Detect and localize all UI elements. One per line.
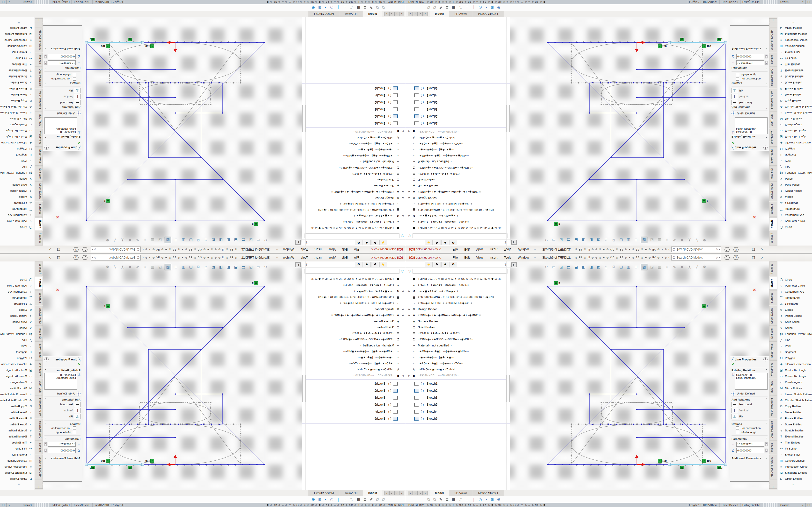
status-tag-icon[interactable]: ❒: [0, 0, 6, 4]
annotation-toolbar-icon[interactable]: ⊞: [491, 497, 494, 502]
status-tag-icon[interactable]: ❒: [806, 0, 812, 4]
sketch-tool-item[interactable]: ⟳ Rotate Entities: [0, 86, 35, 92]
annotation-toolbar-icon[interactable]: ◷: [330, 497, 333, 502]
expand-arrow-icon[interactable]: ▶: [400, 290, 404, 292]
sketch-tool-item[interactable]: ✂ Trim Entities: [0, 439, 35, 445]
tab-nav-button[interactable]: »: [423, 491, 428, 495]
relation-badge[interactable]: ≡109: [702, 459, 711, 463]
annotation-toolbar-icon[interactable]: ⇵: [459, 5, 462, 10]
sketch-tree-item[interactable]: (-) Sketch4: [406, 408, 510, 415]
feature-tree-item[interactable]: ◈ Surface Bodies: [302, 318, 406, 324]
menubar-quick-icons[interactable]: ◎ Ǝ€ ◎ Ш ◎ ◎ ◎ ✦ ◎ ⅁C ◎ Ǝ€ ◎ ∗ ◎ 2S ◎ ⚈ …: [575, 256, 669, 259]
sketch-tool-item[interactable]: ⋈ Mirror Entities: [777, 385, 812, 391]
tab-nav-button[interactable]: «: [400, 491, 404, 495]
annotation-toolbar-icon[interactable]: ✎: [439, 497, 442, 502]
command-tab[interactable]: Mesh Modeling: [769, 396, 777, 418]
relation-button-icon[interactable]: —: [75, 100, 81, 105]
command-tab[interactable]: Weldments: [769, 129, 777, 147]
sketch-tool-item[interactable]: ⌔ Centerpoint Arc: [0, 213, 35, 219]
expand-arrow-icon[interactable]: ▶: [400, 308, 404, 311]
sketch-tree-item[interactable]: Sketch3: [302, 106, 406, 113]
search-dropdown-icon[interactable]: ▾: [719, 248, 720, 251]
collapse-icon[interactable]: ⌃: [45, 438, 46, 440]
sketch-tree-item[interactable]: (-) Sketch6: [302, 85, 406, 92]
command-tab[interactable]: ⋮: [769, 18, 777, 22]
collapse-icon[interactable]: ⌃: [766, 106, 767, 109]
feature-tree-item[interactable]: ★ ○2S3€✦∘∗◉ᴧAΦ○∘○ΦAᴧ◉∗∘✦3€2S○: [302, 219, 406, 225]
feature-tree-item[interactable]: ▱ ○·◉✦○❋◉∥○∘○∥◉❋○✦◉·○: [302, 354, 406, 360]
sketch-tool-item[interactable]: ◈ 3 Point Center Recta...: [777, 140, 812, 146]
feature-manager-tab-icon[interactable]: ⚡: [425, 240, 433, 245]
rollback-bar[interactable]: [302, 423, 406, 424]
sketch-tool-item[interactable]: ▪ Point: [0, 158, 35, 164]
status-tag-icon[interactable]: ❒: [0, 503, 6, 507]
command-tab[interactable]: MBD Dimensions: [769, 27, 777, 52]
sketch-tool-item[interactable]: ✂ Trim Entities: [0, 62, 35, 68]
expand-icon[interactable]: ⌄: [766, 457, 767, 460]
tree-scrollbar-thumb[interactable]: [506, 105, 510, 132]
add-relation-button[interactable]: — Horizontal: [45, 100, 81, 105]
parameter-input[interactable]: 0.00000000°: [48, 54, 75, 59]
relation-button-icon[interactable]: ⚓: [75, 88, 81, 93]
command-tab[interactable]: Weldments: [769, 360, 777, 378]
sketch-tree-item[interactable]: (-) Sketch4: [406, 92, 510, 99]
feature-tree-item[interactable]: Σ ○2SΜΝ◉∘✦AΠ□3€○∘○3€□ΠA✦∘◉ΜΝ2S○: [302, 165, 406, 171]
feature-tree-flyout-button[interactable]: ▶: [511, 263, 517, 267]
expand-arrow-icon[interactable]: ▶: [408, 308, 412, 311]
command-tab[interactable]: Surfaces: [35, 202, 43, 217]
sketch-tool-item[interactable]: ⬡ Polygon: [777, 355, 812, 361]
annotation-toolbar-icon[interactable]: ◷: [330, 5, 333, 10]
tree-scrollbar-thumb[interactable]: [506, 375, 510, 402]
checkbox[interactable]: [736, 431, 739, 434]
command-tab[interactable]: ⋮: [769, 23, 777, 27]
relation-badge[interactable]: ▦3: [717, 38, 723, 41]
tab-nav-button[interactable]: »: [423, 12, 428, 16]
sketch-tool-item[interactable]: ⧉ Copy Entities: [0, 98, 35, 104]
collapse-icon[interactable]: ⌃: [766, 67, 767, 69]
search-icon[interactable]: ⌕: [94, 256, 97, 260]
rollback-bar[interactable]: [302, 127, 406, 127]
sketch-tool-item[interactable]: ⟳ Rotate Entities: [777, 415, 812, 421]
menu-item[interactable]: File: [354, 256, 359, 259]
feature-manager-tab-icon[interactable]: ⊕: [363, 262, 371, 267]
annotation-toolbar-icon[interactable]: ≣: [446, 497, 449, 502]
tree-filter-input[interactable]: [412, 269, 507, 274]
sketch-tool-item[interactable]: ▭ Corner Rectangle: [0, 128, 35, 134]
cancel-sketch-icon[interactable]: ✕: [56, 214, 59, 219]
sketch-tool-item[interactable]: ⌒ Tangent Arc: [777, 294, 812, 300]
restore-button[interactable]: ❐: [751, 248, 756, 251]
annotation-toolbar-icon[interactable]: ▦: [356, 497, 360, 502]
menu-item[interactable]: File: [354, 248, 359, 251]
sketch-tool-item[interactable]: ⍑ Extend Entities: [0, 433, 35, 439]
help-icon[interactable]: ?: [733, 255, 739, 260]
command-tab[interactable]: Evaluate: [35, 326, 43, 341]
sketch-tool-item[interactable]: ⍑ Extend Entities: [777, 68, 812, 74]
feature-tree-item[interactable]: ▶ A ○2SΜΝ◉∘✦A✦◉ΜΝA○∘○AΜΝ◉✦A✦∘◉ΜΝ2S○: [302, 189, 406, 195]
sketch-tool-item[interactable]: ◈ 3 Point Center Recta...: [0, 140, 35, 146]
add-relation-button[interactable]: — Horizontal: [731, 402, 767, 407]
sketch-tool-item[interactable]: ∿ Style Spline: [777, 319, 812, 325]
expand-arrow-icon[interactable]: ▶: [400, 197, 404, 199]
sketch-tool-item[interactable]: ◈ 3 Point Center Recta...: [777, 361, 812, 367]
command-tab[interactable]: Evaluate: [769, 326, 777, 341]
annotation-toolbar-icon[interactable]: ◔: [485, 6, 488, 10]
expand-arrow-icon[interactable]: ▶: [408, 290, 412, 292]
expand-arrow-icon[interactable]: ▶: [408, 130, 412, 133]
feature-tree-item[interactable]: ⬡ Solid Bodies: [302, 324, 406, 330]
filter-funnel-icon[interactable]: ▽: [408, 234, 411, 238]
command-tab[interactable]: Sheet Metal: [769, 341, 777, 360]
command-tab[interactable]: ⋮: [769, 480, 777, 484]
search-box[interactable]: ⬡ Search CAD Models ⌕ ▾: [671, 247, 721, 252]
annotation-toolbar-icon[interactable]: ❋: [497, 497, 500, 502]
relation-badge[interactable]: ▨: [680, 466, 684, 469]
sketch-tool-item[interactable]: ◈ 3 Point Center Recta...: [0, 361, 35, 367]
feature-tree-item[interactable]: ▱ ○✦€⅁∘∗○❋◉∥○∘○∥◉❋○∗∘⅁€✦○: [406, 360, 510, 367]
sketch-tool-item[interactable]: ◪ Silhouette Entities: [777, 469, 812, 475]
model-view-tab[interactable]: Motion Study 1: [308, 490, 339, 497]
expand-arrow-icon[interactable]: ▶: [408, 197, 412, 199]
command-tab[interactable]: Mold Tools: [769, 379, 777, 395]
sketch-tool-item[interactable]: ✣ Circular Sketch Pattern: [777, 397, 812, 403]
panel-expand-icon[interactable]: ❯: [305, 241, 308, 244]
relation-badge[interactable]: ▦3: [89, 466, 95, 469]
menu-item[interactable]: Edit: [464, 256, 469, 259]
